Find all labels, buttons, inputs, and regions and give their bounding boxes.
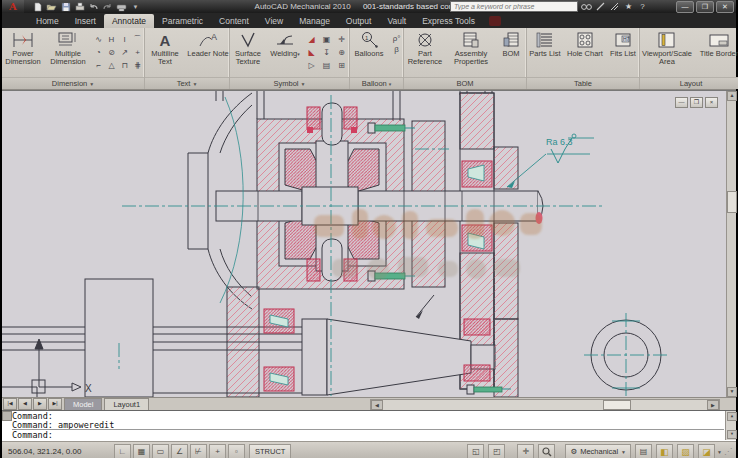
annotation-visibility-icon[interactable]: ▨ [677, 444, 694, 458]
tab-insert[interactable]: Insert [67, 14, 104, 28]
redo-icon[interactable] [102, 2, 113, 12]
panel-label-layout[interactable]: Layout [640, 77, 738, 89]
viewport-scale-area-button[interactable]: Viewport/Scale Area [640, 30, 694, 66]
osnap-toggle-button[interactable]: ⊬ [190, 444, 207, 458]
command-window[interactable]: Command:Command: ampoweredit Command: ▲ … [2, 410, 736, 441]
command-scroll-up-icon[interactable]: ▲ [727, 412, 737, 421]
symbol-mini-icon[interactable]: ▷ [304, 59, 319, 72]
scroll-up-icon[interactable]: ▲ [727, 91, 737, 101]
tab-manage[interactable]: Manage [291, 14, 338, 28]
tab-home[interactable]: Home [28, 14, 67, 28]
dimension-mini-icon[interactable]: + [131, 46, 144, 59]
help-icon[interactable]: ? [637, 2, 648, 12]
multiple-dimension-button[interactable]: Multiple Dimension [46, 30, 90, 66]
snap-toggle-button[interactable]: ∟ [114, 444, 131, 458]
ortho-toggle-button[interactable]: ▭ [152, 444, 169, 458]
save-icon[interactable] [60, 2, 71, 12]
drawing-canvas[interactable]: Ra 6.3 X [2, 91, 726, 397]
dimension-mini-icon[interactable]: ↗ [118, 46, 131, 59]
doc-minimize-icon[interactable]: — [675, 97, 688, 108]
surface-texture-button[interactable]: Surface Texture [230, 30, 266, 66]
struct-layer-button[interactable]: STRUCT [249, 444, 291, 458]
scroll-left-icon[interactable]: ◀ [371, 400, 383, 410]
search-input[interactable] [450, 1, 578, 12]
tab-express-tools[interactable]: Express Tools [414, 14, 483, 28]
symbol-mini-icon[interactable]: ▣ [319, 33, 334, 46]
search-binoculars-icon[interactable] [581, 2, 592, 12]
bom-button[interactable]: BOM [496, 30, 526, 58]
power-dimension-button[interactable]: Power Dimension [2, 30, 44, 66]
command-prompt-line[interactable]: Command: [12, 429, 724, 440]
horizontal-scroll-thumb[interactable] [603, 400, 631, 410]
scroll-down-icon[interactable]: ▼ [727, 387, 737, 397]
app-menu-button[interactable]: A [2, 0, 24, 13]
panel-label-dimension[interactable]: Dimension▼ [2, 77, 144, 89]
pan-icon[interactable]: ✛ [517, 444, 534, 458]
dimension-mini-icon[interactable]: ⊓ [118, 59, 131, 72]
undo-icon[interactable] [88, 2, 99, 12]
plot-icon[interactable] [74, 2, 85, 12]
balloon-mini-icon[interactable]: ρ° [390, 34, 403, 43]
tab-model[interactable]: Model [64, 398, 102, 410]
prev-sheet-icon[interactable]: ◀ [18, 398, 32, 410]
dimension-mini-icon[interactable]: I [118, 33, 131, 46]
welding-button[interactable]: Welding▾ [268, 30, 302, 58]
annotation-scale-icon[interactable]: ◧ [656, 444, 673, 458]
autoscale-icon[interactable]: ◪ [698, 444, 715, 458]
panel-label-table[interactable]: Table [527, 77, 639, 89]
otrack-toggle-button[interactable]: + [209, 444, 226, 458]
symbol-mini-icon[interactable]: ✛ [334, 33, 349, 46]
title-border-button[interactable]: Title Border [696, 30, 738, 58]
leader-note-button[interactable]: A Leader Note [187, 30, 229, 58]
open-icon[interactable] [46, 2, 57, 12]
coordinate-readout[interactable]: 506.04, 321.24, 0.00 [2, 447, 112, 456]
dyn-toggle-button[interactable]: ▫ [228, 444, 245, 458]
ribbon-options-icon[interactable] [489, 16, 501, 26]
scroll-right-icon[interactable]: ▶ [707, 400, 719, 410]
zoom-icon[interactable] [538, 444, 555, 458]
command-scroll-down-icon[interactable]: ▼ [727, 430, 737, 439]
polar-toggle-button[interactable]: ∠ [171, 444, 188, 458]
symbol-mini-icon[interactable]: ⊕ [334, 46, 349, 59]
panel-label-text[interactable]: Text▼ [145, 77, 229, 89]
vertical-scrollbar[interactable]: ▲ ▼ [726, 91, 736, 397]
vertical-scroll-thumb[interactable] [727, 191, 737, 213]
dimension-mini-icon[interactable]: ◔ [92, 46, 105, 59]
print-icon[interactable] [116, 2, 127, 12]
qat-dropdown-icon[interactable]: ▼ [130, 2, 141, 12]
tab-layout1[interactable]: Layout1 [104, 398, 149, 410]
tab-content[interactable]: Content [211, 14, 257, 28]
doc-restore-icon[interactable]: ❐ [690, 97, 703, 108]
command-scrollbar[interactable]: ▲ ▼ [725, 411, 736, 440]
first-sheet-icon[interactable]: |◀ [3, 398, 17, 410]
tab-output[interactable]: Output [338, 14, 380, 28]
grid-toggle-button[interactable]: ▦ [133, 444, 150, 458]
status-menu-icon[interactable]: ▼ [717, 449, 722, 455]
panel-label-symbol[interactable]: Symbol▼ [230, 77, 349, 89]
dimension-mini-icon[interactable]: ⌒ [131, 33, 144, 46]
tab-view[interactable]: View [257, 14, 291, 28]
lock-icon[interactable]: ▤ [635, 444, 652, 458]
panel-label-balloon[interactable]: Balloon▾ [350, 77, 403, 89]
favorites-star-icon[interactable]: ★ [623, 2, 634, 12]
hole-chart-button[interactable]: Hole Chart [565, 30, 605, 58]
assembly-properties-button[interactable]: Assembly Properties [448, 30, 494, 66]
subscription-icon[interactable] [609, 2, 620, 12]
balloons-button[interactable]: 1 Balloons [350, 30, 388, 58]
dimension-mini-icon[interactable]: ∿ [92, 33, 105, 46]
communication-center-icon[interactable] [595, 2, 606, 12]
workspace-switcher[interactable]: ⚙ Mechanical ▼ [565, 444, 631, 458]
panel-label-bom[interactable]: BOM [404, 77, 526, 89]
symbol-mini-icon[interactable]: ⊞ [334, 59, 349, 72]
part-reference-button[interactable]: Part Reference [404, 30, 446, 66]
symbol-mini-icon[interactable]: ▤ [319, 59, 334, 72]
dimension-mini-icon[interactable]: ⊘ [105, 46, 118, 59]
restore-button[interactable]: ❐ [696, 1, 714, 13]
dimension-mini-icon[interactable]: H [105, 33, 118, 46]
symbol-mini-icon[interactable]: ◢ [304, 33, 319, 46]
minimize-button[interactable]: — [676, 1, 694, 13]
multiline-text-button[interactable]: A Multiline Text [145, 30, 185, 66]
symbol-mini-icon[interactable]: ↧ [319, 46, 334, 59]
resize-grip[interactable]: ⋰ [724, 447, 733, 456]
last-sheet-icon[interactable]: ▶| [48, 398, 62, 410]
